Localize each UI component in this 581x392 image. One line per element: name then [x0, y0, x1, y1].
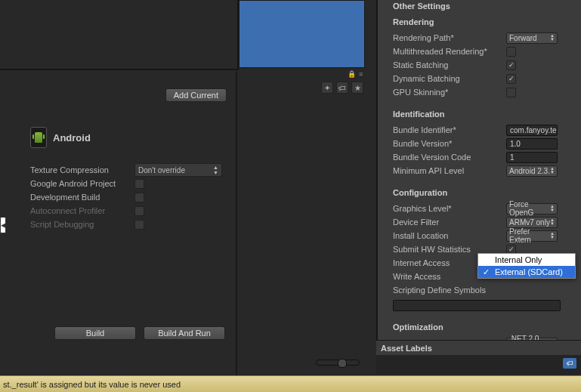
bundle-version-input[interactable]: 1.0 [506, 138, 558, 150]
bundle-version-label: Bundle Version* [393, 139, 506, 148]
bundle-identifier-input[interactable]: com.fanyoy.te [506, 125, 558, 136]
texture-compression-label: Texture Compression [30, 165, 134, 174]
install-location-dropdown[interactable]: Prefer Extern▲▼ [506, 230, 558, 242]
asset-labels-title: Asset Labels [381, 344, 432, 353]
autoconnect-profiler-checkbox [134, 206, 144, 216]
development-build-checkbox[interactable] [134, 193, 144, 202]
texture-compression-dropdown[interactable]: Don't override ▲▼ [134, 163, 222, 177]
bundle-version-code-input[interactable]: 1 [506, 152, 558, 163]
graphics-level-label: Graphics Level* [393, 204, 506, 213]
transform-icon[interactable]: ✦ [321, 82, 333, 94]
build-button[interactable]: Build [54, 326, 136, 340]
identification-heading: Identification [393, 110, 581, 119]
install-location-label: Install Location [393, 231, 506, 240]
rendering-heading: Rendering [393, 17, 581, 26]
static-batching-checkbox[interactable]: ✓ [506, 60, 516, 70]
check-icon: ✓ [483, 267, 490, 277]
warning-text: st._result' is assigned but its value is… [3, 380, 181, 389]
minimum-api-level-label: Minimum API Level [393, 166, 506, 175]
popup-item-external-sdcard[interactable]: ✓ External (SDCard) [478, 266, 575, 278]
scene-list-area [0, 0, 239, 70]
bundle-version-code-label: Bundle Version Code [393, 153, 506, 162]
label-tag-icon[interactable]: 🏷 [563, 358, 576, 369]
gpu-skinning-checkbox[interactable] [506, 88, 516, 97]
device-filter-dropdown[interactable]: ARMv7 only▲▼ [506, 217, 558, 228]
star-icon[interactable]: ★ [351, 82, 363, 94]
configuration-heading: Configuration [393, 188, 581, 197]
android-icon [30, 127, 47, 148]
static-batching-label: Static Batching [393, 60, 506, 69]
popup-item-internal-only[interactable]: Internal Only [478, 254, 575, 266]
header-small-icons: 🔒 ≡ [348, 70, 363, 78]
minimum-api-level-dropdown[interactable]: Android 2.3.▲▼ [506, 165, 558, 177]
menu-icon[interactable]: ≡ [359, 70, 363, 78]
script-debugging-checkbox [134, 220, 144, 230]
preview-box [239, 0, 365, 68]
inspector-panel: Other Settings Rendering Rendering Path*… [376, 0, 581, 340]
dynamic-batching-label: Dynamic Batching [393, 74, 506, 83]
asset-labels-area [376, 355, 581, 375]
add-current-button[interactable]: Add Current [165, 88, 227, 102]
scripting-define-symbols-input[interactable] [393, 300, 561, 311]
console-warning-bar[interactable]: st._result' is assigned but its value is… [0, 375, 581, 392]
google-android-project-checkbox[interactable] [134, 179, 144, 189]
platform-title: Android [53, 132, 91, 144]
development-build-label: Development Build [30, 193, 134, 202]
build-settings-panel: Android Texture Compression Don't overri… [17, 121, 228, 231]
build-and-run-button[interactable]: Build And Run [144, 326, 225, 340]
tag-icon-small[interactable]: 🏷 [336, 82, 348, 94]
script-debugging-label: Script Debugging [30, 220, 134, 229]
graphics-level-dropdown[interactable]: Force OpenG▲▼ [506, 203, 558, 215]
multithreaded-rendering-checkbox[interactable] [506, 47, 516, 57]
gpu-skinning-label: GPU Skinning* [393, 88, 506, 97]
vertical-divider [236, 72, 237, 375]
multithreaded-rendering-label: Multithreaded Rendering* [393, 47, 506, 56]
write-access-popup: Internal Only ✓ External (SDCard) [477, 253, 576, 279]
google-android-project-label: Google Android Project [30, 179, 134, 188]
side-handle[interactable]: ◀ [0, 217, 6, 233]
bundle-identifier-label: Bundle Identifier* [393, 125, 506, 134]
optimization-heading: Optimization [393, 323, 581, 332]
autoconnect-profiler-label: Autoconnect Profiler [30, 206, 134, 215]
rendering-path-label: Rendering Path* [393, 33, 506, 42]
rendering-path-dropdown[interactable]: Forward▲▼ [506, 32, 558, 44]
other-settings-heading: Other Settings [393, 2, 581, 11]
asset-labels-bar: Asset Labels [376, 340, 581, 355]
lock-icon[interactable]: 🔒 [348, 70, 356, 78]
zoom-slider[interactable] [316, 360, 360, 366]
scripting-define-symbols-label: Scripting Define Symbols [393, 286, 506, 295]
dynamic-batching-checkbox[interactable]: ✓ [506, 74, 516, 84]
device-filter-label: Device Filter [393, 218, 506, 227]
